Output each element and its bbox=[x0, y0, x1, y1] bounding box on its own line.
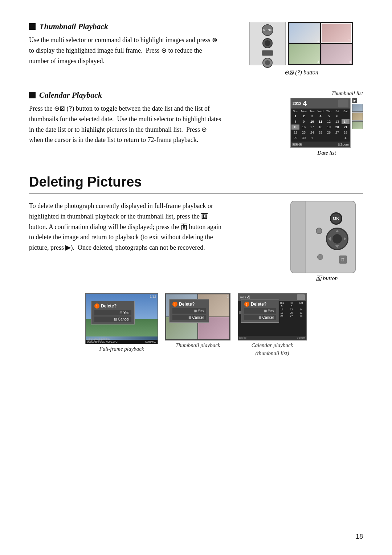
cal-day-18: 18 bbox=[317, 125, 324, 130]
thumbnail-number: 2 bbox=[227, 295, 229, 298]
cal-day-29: 29 bbox=[291, 135, 299, 140]
cal-day-22: 22 bbox=[291, 130, 299, 135]
cal-day-27: 27 bbox=[333, 130, 341, 135]
mini-cal-footer-left: ⊠⊠-⊠ bbox=[239, 336, 246, 339]
dpad-control bbox=[262, 58, 273, 68]
cal-day-5: 5 bbox=[325, 114, 333, 119]
cal-day-14: 14 bbox=[342, 119, 350, 124]
cal-arrow: ▶ bbox=[352, 98, 357, 103]
cal-footer-right: ⊖Zoom bbox=[338, 143, 349, 146]
cal-day-2: 2 bbox=[300, 114, 308, 119]
calendar-box: 2012 4 Sun Mon Tue Wed Thu Fri bbox=[290, 98, 351, 148]
cal-days-header: Sun Mon Tue Wed Thu Fri Sat bbox=[291, 109, 350, 113]
fullframe-screenshot: ! Delete? ⊞ Yes ⊟ Cancel 1/12 100D3200 D… bbox=[85, 293, 158, 344]
fullframe-caption: Full-frame playback bbox=[99, 346, 144, 352]
cal-week-2: 8 9 10 11 12 13 14 bbox=[291, 119, 350, 124]
warning-icon-2: ! bbox=[172, 302, 177, 307]
fullframe-screenshot-item: ! Delete? ⊞ Yes ⊟ Cancel 1/12 100D3200 D… bbox=[85, 293, 158, 356]
cal-day-empty-3 bbox=[325, 135, 333, 140]
cal-header: 2012 4 bbox=[291, 98, 350, 109]
deleting-pictures-title: Deleting Pictures bbox=[29, 174, 363, 193]
cal-month: 4 bbox=[303, 100, 307, 107]
page-number: 18 bbox=[356, 533, 363, 540]
calendar-playback-body: Press the ⊖⊠ (?) button to toggle betwee… bbox=[29, 103, 221, 145]
thumbnail-caption: Thumbnail playback bbox=[176, 342, 220, 348]
trash-button-label: 面 button bbox=[290, 275, 363, 282]
warning-icon-3: ! bbox=[244, 302, 249, 307]
cal-week-5: 29 30 1 4 bbox=[291, 135, 350, 140]
calendar-caption-line2: (thumbnail list) bbox=[256, 350, 289, 356]
camera-illustration: OK 🗑 bbox=[290, 201, 356, 273]
deleting-pictures-section: Deleting Pictures bbox=[29, 174, 363, 193]
cal-day-25: 25 bbox=[317, 130, 324, 135]
thumbnail-cancel-btn: ⊟ Cancel bbox=[172, 315, 206, 320]
calendar-playback-section: Calendar Playback Press the ⊖⊠ (?) butto… bbox=[29, 90, 363, 156]
thumbnail-playback-images: MENU 1 bbox=[240, 22, 363, 76]
trash-button-diagram: 🗑 bbox=[339, 256, 347, 264]
small-button-2 bbox=[317, 254, 323, 260]
cal-thumb-3 bbox=[352, 121, 363, 129]
calendar-delete-dialog: ! Delete? ⊞ Yes ⊟ Cancel bbox=[241, 299, 279, 323]
calendar-cancel-btn: ⊟ Cancel bbox=[244, 315, 276, 320]
calendar-yes-btn: ⊞ Yes bbox=[244, 308, 276, 314]
cal-week-3: 15 16 17 18 19 20 21 bbox=[291, 125, 350, 130]
thumbnail-yes-btn: ⊞ Yes bbox=[172, 308, 206, 314]
menu-button: MENU bbox=[262, 24, 273, 36]
thumbnail-list-label: Thumbnail list bbox=[290, 90, 363, 97]
thumbnail-delete-dialog: ! Delete? ⊞ Yes ⊟ Cancel bbox=[169, 299, 209, 323]
cal-day-6: 6 bbox=[333, 114, 341, 119]
thumb-cell-2: 2 bbox=[321, 23, 352, 43]
cal-day-12: 12 bbox=[325, 119, 333, 124]
camera-buttons: MENU bbox=[262, 24, 273, 68]
calendar-diagram: Thumbnail list 2012 4 Sun Mon Tue bbox=[290, 90, 363, 156]
mini-cal-footer-right: ⊖Zoom bbox=[297, 336, 305, 339]
cal-day-sun: Sun bbox=[291, 109, 299, 113]
thumbnail-screenshot-item: ! Delete? ⊞ Yes ⊟ Cancel 2 Thumbnail pla… bbox=[165, 293, 230, 356]
cal-day-26: 26 bbox=[325, 130, 333, 135]
cal-day-wed: Wed bbox=[317, 109, 324, 113]
calendar-dialog-title: ! Delete? bbox=[244, 302, 276, 307]
cal-day-empty-4 bbox=[333, 135, 341, 140]
cal-bg: 2012 4 Sun Mon Tue Wed Thu Fri bbox=[238, 294, 306, 340]
calendar-playback-text: Calendar Playback Press the ⊖⊠ (?) butto… bbox=[29, 90, 276, 156]
page: Thumbnail Playback Use the multi selecto… bbox=[0, 0, 392, 555]
m-sat: Sat bbox=[297, 301, 306, 305]
cal-day-m1: 1 bbox=[308, 135, 316, 140]
thumb-cell-1: 1 bbox=[289, 23, 320, 43]
thumbnail-playback-body: Use the multi selector or command dial t… bbox=[29, 35, 221, 66]
warning-icon-1: ! bbox=[94, 303, 99, 309]
cal-thumb-2 bbox=[352, 113, 363, 121]
cal-day-m4: 4 bbox=[342, 135, 350, 140]
cal-day-13: 13 bbox=[333, 119, 341, 124]
mini-cal-top-thumb bbox=[297, 294, 305, 300]
cal-day-20: 20 bbox=[333, 125, 341, 130]
thumbnail-grid: 1 2 3 4 bbox=[288, 22, 353, 65]
thumb-cell-4: 4 bbox=[321, 44, 352, 64]
calendar-caption-line1: Calendar playback bbox=[252, 342, 293, 348]
fullframe-dialog-title: ! Delete? bbox=[94, 303, 131, 309]
thumbnail-diagram: MENU 1 bbox=[249, 22, 353, 65]
fullframe-number: 1/12 bbox=[150, 295, 156, 298]
cal-day-30: 30 bbox=[300, 135, 308, 140]
cal-day-thu: Thu bbox=[325, 109, 333, 113]
cal-footer-left: ⊠⊠-⊠ bbox=[292, 143, 302, 146]
camera-control-panel: MENU bbox=[249, 22, 286, 65]
calendar-screenshot-item: 2012 4 Sun Mon Tue Wed Thu Fri bbox=[238, 293, 307, 356]
fullframe-delete-dialog: ! Delete? ⊞ Yes ⊟ Cancel bbox=[91, 301, 135, 325]
cal-day-fri: Fri bbox=[333, 109, 341, 113]
cal-day-empty-2 bbox=[317, 135, 324, 140]
cal-day-17: 17 bbox=[308, 125, 316, 130]
fullframe-size: ⊠5016x4000 bbox=[87, 340, 102, 343]
dpad-diagram bbox=[326, 228, 348, 250]
thumbnail-playback-section: Thumbnail Playback Use the multi selecto… bbox=[29, 22, 363, 76]
cal-day-3: 3 bbox=[308, 114, 316, 119]
thumb-number-4: 4 bbox=[349, 60, 351, 64]
thumb-number-3: 3 bbox=[317, 60, 319, 64]
thumbnail-button-label: ⊖⊠ (?) button bbox=[284, 69, 318, 76]
deleting-pictures-layout: To delete the photograph currently displ… bbox=[29, 201, 363, 282]
cal-footer: ⊠⊠-⊠ ⊖Zoom bbox=[291, 142, 350, 147]
deleting-pictures-text: To delete the photograph currently displ… bbox=[29, 201, 276, 282]
cal-day-24: 24 bbox=[308, 130, 316, 135]
thumb-cell-3: 3 bbox=[289, 44, 320, 64]
fullframe-cancel-btn: ⊟ Cancel bbox=[94, 317, 131, 322]
